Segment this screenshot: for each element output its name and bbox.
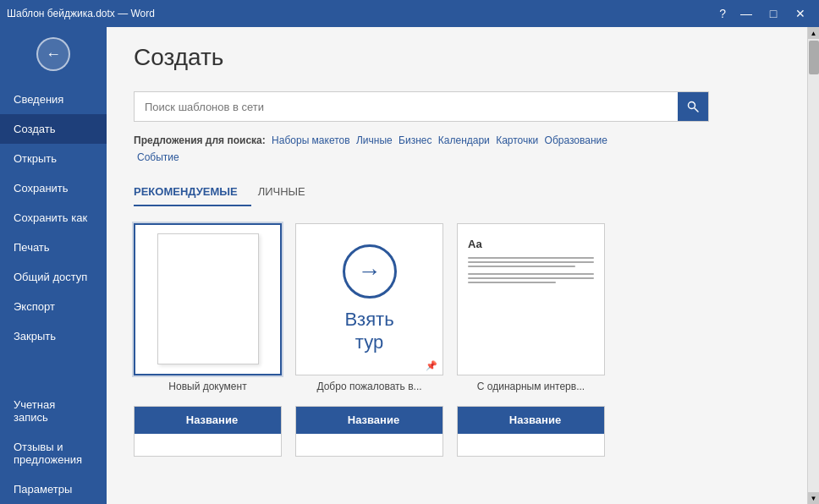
blank-doc-preview xyxy=(157,233,259,364)
template-title-1[interactable]: Название xyxy=(134,406,282,457)
template-thumb-title-1: Название xyxy=(134,406,282,457)
search-bar xyxy=(134,91,709,122)
suggest-naboory[interactable]: Наборы макетов xyxy=(272,134,350,146)
search-suggestions: Предложения для поиска: Наборы макетов Л… xyxy=(134,132,780,167)
template-label-new-doc: Новый документ xyxy=(168,381,246,392)
sidebar-item-sozdat[interactable]: Создать xyxy=(0,114,107,144)
ss-line-6 xyxy=(468,282,556,283)
suggest-sobytie[interactable]: Событие xyxy=(137,151,179,163)
template-label-tour: Добро пожаловать в... xyxy=(316,381,421,392)
title-bar-left: Шаблон бейджика.dotx — Word xyxy=(7,8,155,19)
sidebar-item-zakryt[interactable]: Закрыть xyxy=(0,321,107,351)
template-title-2[interactable]: Название xyxy=(295,406,443,457)
sidebar-nav: Сведения Создать Открыть Сохранить Сохра… xyxy=(0,85,107,351)
close-button[interactable]: ✕ xyxy=(789,4,812,23)
tabs: РЕКОМЕНДУЕМЫЕ ЛИЧНЫЕ xyxy=(134,180,780,206)
suggest-biznes[interactable]: Бизнес xyxy=(399,134,431,146)
minimize-button[interactable]: — xyxy=(734,4,758,23)
suggest-lichnye[interactable]: Личные xyxy=(356,134,393,146)
template-tour[interactable]: → Взятьтур 📌 Добро пожаловать в... xyxy=(295,223,443,392)
sidebar-item-parametry[interactable]: Параметры xyxy=(0,474,107,504)
template-title-3[interactable]: Название xyxy=(457,406,605,457)
template-thumb-title-2: Название xyxy=(295,406,443,457)
page-title: Создать xyxy=(134,44,780,71)
maximize-button[interactable]: □ xyxy=(761,4,785,23)
search-input[interactable] xyxy=(135,94,678,120)
help-button[interactable]: ? xyxy=(714,7,731,20)
ss-line-4 xyxy=(468,273,594,275)
template-grid: Новый документ → Взятьтур 📌 xyxy=(134,223,780,392)
template-thumb-single-spacing: Аа xyxy=(457,223,605,375)
suggest-kartochki[interactable]: Карточки xyxy=(496,134,538,146)
app-body: ← Сведения Создать Открыть Сохранить Сох… xyxy=(0,27,819,504)
search-icon xyxy=(687,101,699,112)
main-area: Создать Предложения для поиска: Наборы м… xyxy=(107,27,819,504)
tour-arrow-circle: → xyxy=(343,244,397,299)
tab-recommended[interactable]: РЕКОМЕНДУЕМЫЕ xyxy=(134,180,251,206)
sidebar-item-svedeniya[interactable]: Сведения xyxy=(0,85,107,114)
svg-line-1 xyxy=(695,108,698,112)
sidebar-item-sohranit-kak[interactable]: Сохранить как xyxy=(0,203,107,233)
back-button[interactable]: ← xyxy=(36,37,70,71)
template-grid-row2: Название Название Название xyxy=(134,406,780,457)
title-bar: Шаблон бейджика.dotx — Word ? — □ ✕ xyxy=(0,0,819,27)
scroll-thumb[interactable] xyxy=(809,41,819,74)
sidebar-item-uchetnaya[interactable]: Учетнаязапись xyxy=(0,390,107,432)
sidebar-item-otzyvy[interactable]: Отзывы ипредложения xyxy=(0,432,107,474)
scroll-up-arrow[interactable]: ▲ xyxy=(808,27,820,39)
sidebar-item-sohranit[interactable]: Сохранить xyxy=(0,173,107,203)
tour-thumb-inner: → Взятьтур xyxy=(296,224,442,375)
title3-label: Название xyxy=(509,414,561,426)
ss-line-3 xyxy=(468,266,575,267)
tour-pin-icon: 📌 xyxy=(426,360,437,371)
suggest-kalendari[interactable]: Календари xyxy=(438,134,490,146)
template-thumb-title-3: Название xyxy=(457,406,605,457)
tour-text: Взятьтур xyxy=(344,309,393,353)
suggestions-label: Предложения для поиска: xyxy=(134,134,266,146)
sidebar-item-pechat[interactable]: Печать xyxy=(0,233,107,262)
single-spacing-preview: Аа xyxy=(458,224,604,375)
title2-label: Название xyxy=(348,414,399,426)
svg-point-0 xyxy=(689,102,695,109)
template-thumb-tour: → Взятьтур 📌 xyxy=(295,223,443,375)
sidebar-bottom: Учетнаязапись Отзывы ипредложения Параме… xyxy=(0,390,107,504)
search-button[interactable] xyxy=(678,92,708,121)
sidebar-item-otkryt[interactable]: Открыть xyxy=(0,144,107,173)
suggest-obrazovanie[interactable]: Образование xyxy=(545,134,607,146)
title1-label: Название xyxy=(186,414,238,426)
template-single-spacing[interactable]: Аа С одинарным интерв... xyxy=(457,223,605,392)
tab-personal[interactable]: ЛИЧНЫЕ xyxy=(258,180,319,206)
sidebar-item-eksport[interactable]: Экспорт xyxy=(0,292,107,321)
template-new-doc[interactable]: Новый документ xyxy=(134,223,282,392)
ss-line-5 xyxy=(468,277,594,279)
tour-arrow-icon: → xyxy=(358,258,382,285)
sidebar: ← Сведения Создать Открыть Сохранить Сох… xyxy=(0,27,107,504)
scroll-down-arrow[interactable]: ▼ xyxy=(808,492,820,504)
ss-aa-title: Аа xyxy=(468,238,594,250)
ss-line-1 xyxy=(468,257,594,259)
title-bar-title: Шаблон бейджика.dotx — Word xyxy=(7,8,155,19)
ss-line-2 xyxy=(468,261,594,263)
template-label-single-spacing: С одинарным интерв... xyxy=(477,381,585,392)
scrollbar[interactable]: ▲ ▼ xyxy=(807,27,819,504)
sidebar-item-obshiy[interactable]: Общий доступ xyxy=(0,262,107,292)
title-bar-controls: ? — □ ✕ xyxy=(714,4,812,23)
template-thumb-new-doc xyxy=(134,223,282,375)
main-scroll[interactable]: Создать Предложения для поиска: Наборы м… xyxy=(107,27,807,504)
